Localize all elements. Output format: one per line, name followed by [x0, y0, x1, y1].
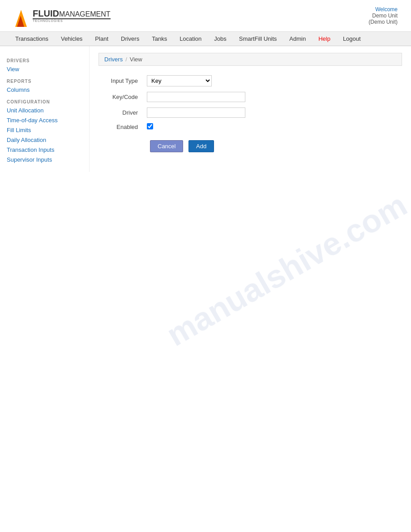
nav-location[interactable]: Location	[173, 32, 208, 46]
driver-label: Driver	[98, 105, 143, 120]
cancel-button[interactable]: Cancel	[150, 140, 183, 152]
header: FLUIDMANAGEMENT TECHNOLOGIES Welcome Dem…	[0, 0, 411, 32]
logo: FLUIDMANAGEMENT TECHNOLOGIES	[13, 4, 111, 27]
input-type-cell: Key PIN Card	[143, 73, 249, 89]
nav: Transactions Vehicles Plant Drivers Tank…	[0, 32, 411, 46]
sidebar-item-view[interactable]: View	[7, 65, 82, 73]
sidebar-item-time-of-day-access[interactable]: Time-of-day Access	[7, 116, 82, 124]
driver-cell	[143, 105, 249, 120]
input-type-label: Input Type	[98, 73, 143, 89]
breadcrumb-parent[interactable]: Drivers	[104, 56, 123, 63]
sidebar-item-columns[interactable]: Columns	[7, 86, 82, 94]
nav-drivers[interactable]: Drivers	[115, 32, 146, 46]
logo-text: FLUIDMANAGEMENT TECHNOLOGIES	[33, 9, 111, 22]
key-code-label: Key/Code	[98, 89, 143, 105]
nav-jobs[interactable]: Jobs	[208, 32, 232, 46]
key-code-input[interactable]	[147, 92, 245, 102]
content: Drivers / View Input Type Key PIN Card	[90, 46, 411, 172]
nav-plant[interactable]: Plant	[89, 32, 115, 46]
breadcrumb: Drivers / View	[98, 53, 402, 66]
sidebar-item-unit-allocation[interactable]: Unit Allocation	[7, 106, 82, 115]
sidebar-item-fill-limits[interactable]: Fill Limits	[7, 126, 82, 134]
welcome-area: Welcome Demo Unit (Demo Unit)	[368, 6, 398, 25]
driver-row: Driver	[98, 105, 249, 120]
nav-transactions[interactable]: Transactions	[9, 32, 55, 46]
sidebar-item-supervisor-inputs[interactable]: Supervisor Inputs	[7, 155, 82, 164]
input-type-row: Input Type Key PIN Card	[98, 73, 249, 89]
enabled-label: Enabled	[98, 120, 143, 133]
welcome-link[interactable]: Welcome	[375, 6, 398, 13]
nav-smartfill[interactable]: SmartFill Units	[233, 32, 283, 46]
nav-admin[interactable]: Admin	[283, 32, 312, 46]
sidebar-item-transaction-inputs[interactable]: Transaction Inputs	[7, 146, 82, 154]
flame-red	[17, 16, 24, 27]
nav-logout[interactable]: Logout	[337, 32, 367, 46]
logo-icon	[13, 4, 29, 27]
sidebar-section-reports: REPORTS	[7, 79, 82, 84]
add-button[interactable]: Add	[188, 140, 214, 152]
form-table: Input Type Key PIN Card Key/Code	[98, 73, 249, 133]
logo-fluid-text: FLUIDMANAGEMENT	[33, 9, 111, 18]
enabled-row: Enabled	[98, 120, 249, 133]
sidebar: DRIVERS View REPORTS Columns CONFIGURATI…	[0, 46, 90, 172]
enabled-cell	[143, 120, 249, 133]
user-unit: (Demo Unit)	[368, 19, 398, 25]
nav-help[interactable]: Help	[312, 32, 337, 46]
user-name: Demo Unit	[372, 13, 398, 19]
enabled-checkbox[interactable]	[147, 123, 153, 129]
nav-tanks[interactable]: Tanks	[146, 32, 173, 46]
logo-tech-text: TECHNOLOGIES	[33, 19, 111, 22]
sidebar-section-drivers: DRIVERS	[7, 58, 82, 63]
input-type-select[interactable]: Key PIN Card	[147, 75, 212, 86]
driver-input[interactable]	[147, 107, 245, 118]
breadcrumb-current: View	[130, 56, 142, 63]
buttons-row: Cancel Add	[98, 140, 402, 152]
nav-vehicles[interactable]: Vehicles	[55, 32, 89, 46]
key-code-row: Key/Code	[98, 89, 249, 105]
key-code-cell	[143, 89, 249, 105]
breadcrumb-separator: /	[125, 56, 127, 63]
sidebar-section-configuration: CONFIGURATION	[7, 99, 82, 104]
sidebar-item-daily-allocation[interactable]: Daily Allocation	[7, 136, 82, 144]
main: DRIVERS View REPORTS Columns CONFIGURATI…	[0, 46, 411, 172]
